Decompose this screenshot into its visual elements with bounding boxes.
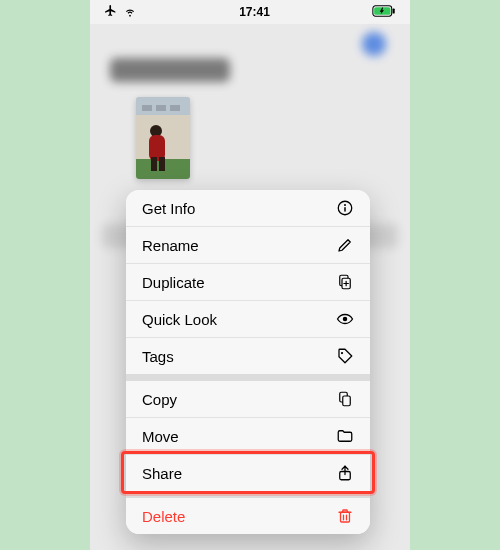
svg-point-18 (343, 317, 348, 322)
video-thumbnail[interactable] (136, 97, 190, 179)
menu-group: Get InfoRenameDuplicateQuick LookTags (126, 190, 370, 374)
avatar (362, 32, 386, 56)
menu-item-label: Move (142, 428, 179, 445)
menu-item-tags[interactable]: Tags (126, 337, 370, 374)
page-title (110, 58, 230, 82)
trash-icon (336, 507, 354, 525)
menu-item-label: Get Info (142, 200, 195, 217)
menu-item-label: Quick Look (142, 311, 217, 328)
svg-rect-1 (393, 8, 395, 13)
menu-item-get-info[interactable]: Get Info (126, 190, 370, 226)
share-icon (336, 464, 354, 482)
svg-rect-7 (156, 105, 166, 111)
tag-icon (336, 347, 354, 365)
menu-group: Delete (126, 491, 370, 534)
svg-rect-11 (151, 157, 157, 171)
svg-rect-23 (341, 512, 350, 522)
menu-item-label: Tags (142, 348, 174, 365)
menu-item-label: Copy (142, 391, 177, 408)
menu-item-rename[interactable]: Rename (126, 226, 370, 263)
info-icon (336, 199, 354, 217)
folder-icon (336, 427, 354, 445)
status-left (104, 4, 137, 21)
menu-item-label: Rename (142, 237, 199, 254)
menu-item-label: Duplicate (142, 274, 205, 291)
menu-item-duplicate[interactable]: Duplicate (126, 263, 370, 300)
status-time: 17:41 (239, 5, 270, 19)
svg-rect-15 (344, 207, 346, 212)
menu-item-copy[interactable]: Copy (126, 381, 370, 417)
status-right (372, 5, 396, 20)
svg-point-14 (344, 204, 346, 206)
menu-item-quicklook[interactable]: Quick Look (126, 300, 370, 337)
svg-rect-6 (142, 105, 152, 111)
eye-icon (336, 310, 354, 328)
svg-rect-8 (170, 105, 180, 111)
menu-item-delete[interactable]: Delete (126, 498, 370, 534)
duplicate-icon (336, 273, 354, 291)
airplane-icon (104, 4, 117, 20)
wifi-icon (123, 4, 137, 21)
menu-item-label: Share (142, 465, 182, 482)
menu-group: CopyMoveShare (126, 374, 370, 491)
context-menu: Get InfoRenameDuplicateQuick LookTagsCop… (126, 190, 370, 534)
phone-frame: 17:41 (90, 0, 410, 550)
svg-point-19 (341, 352, 343, 354)
menu-item-label: Delete (142, 508, 185, 525)
svg-rect-12 (159, 157, 165, 171)
svg-rect-21 (343, 396, 351, 406)
copy-icon (336, 390, 354, 408)
menu-item-move[interactable]: Move (126, 417, 370, 454)
pencil-icon (336, 236, 354, 254)
status-bar: 17:41 (90, 0, 410, 24)
battery-icon (372, 5, 396, 20)
menu-item-share[interactable]: Share (126, 454, 370, 491)
